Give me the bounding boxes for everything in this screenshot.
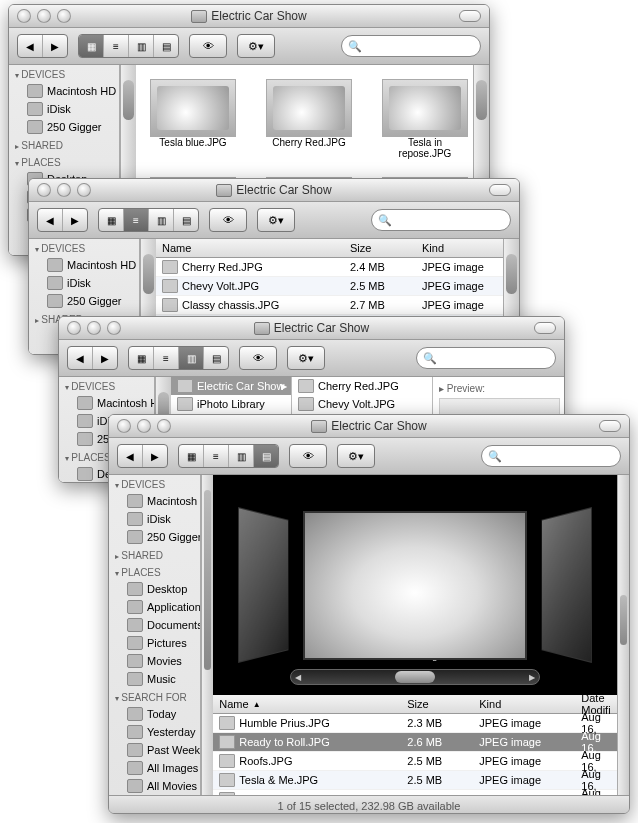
sidebar-item[interactable]: Documents: [109, 616, 200, 634]
sidebar-item[interactable]: Macintosh HD: [9, 82, 119, 100]
coverflow-view-button[interactable]: ▤: [254, 445, 278, 467]
sidebar-heading-shared[interactable]: Shared: [109, 546, 200, 563]
search-field[interactable]: 🔍: [371, 209, 511, 231]
sidebar-item[interactable]: iDisk: [29, 274, 139, 292]
icon-view-button[interactable]: ▦: [99, 209, 124, 231]
scroll-thumb[interactable]: [476, 80, 487, 120]
search-field[interactable]: 🔍: [416, 347, 556, 369]
sidebar-heading-shared[interactable]: Shared: [9, 136, 119, 153]
action-button[interactable]: ⚙▾: [237, 34, 275, 58]
sidebar-item[interactable]: Yesterday: [109, 723, 200, 741]
coverflow-list[interactable]: Name ▲ Size Kind Date Modifi Humble Priu…: [213, 695, 616, 795]
action-button[interactable]: ⚙▾: [257, 208, 295, 232]
list-view-button[interactable]: ≡: [124, 209, 149, 231]
column-item[interactable]: Chevy Volt.JPG: [292, 395, 432, 413]
table-row[interactable]: Ready to Roll.JPG2.6 MBJPEG imageAug 16,: [213, 733, 616, 752]
sidebar-item[interactable]: Today: [109, 705, 200, 723]
column-item[interactable]: Electric Car Show▶: [171, 377, 291, 395]
table-row[interactable]: Cherry Red.JPG2.4 MBJPEG imageAug 16: [156, 258, 503, 277]
cover-main-image[interactable]: [303, 511, 527, 660]
scroll-thumb[interactable]: [204, 490, 211, 670]
minimize-button[interactable]: [137, 419, 151, 433]
nav-buttons[interactable]: ◀▶: [117, 444, 168, 468]
quicklook-button[interactable]: 👁: [189, 34, 227, 58]
scrub-left-icon[interactable]: ◀: [295, 673, 301, 682]
sidebar-item[interactable]: Macintosh HD: [109, 492, 200, 510]
sidebar-heading-devices[interactable]: Devices: [9, 65, 119, 82]
forward-button[interactable]: ▶: [63, 209, 87, 231]
col-kind[interactable]: Kind: [416, 242, 503, 254]
sidebar-item[interactable]: Applications: [109, 598, 200, 616]
zoom-button[interactable]: [77, 183, 91, 197]
file-item[interactable]: Tesla blue.JPG: [150, 79, 236, 159]
sidebar-item[interactable]: 250 Gigger: [9, 118, 119, 136]
scroll-thumb[interactable]: [123, 80, 134, 120]
back-button[interactable]: ◀: [118, 445, 143, 467]
zoom-button[interactable]: [157, 419, 171, 433]
minimize-button[interactable]: [87, 321, 101, 335]
table-row[interactable]: Roofs.JPG2.5 MBJPEG imageAug 16,: [213, 752, 616, 771]
col-name[interactable]: Name ▲: [213, 698, 401, 710]
view-switcher[interactable]: ▦ ≡ ▥ ▤: [128, 346, 229, 370]
list-view-button[interactable]: ≡: [104, 35, 129, 57]
column-view-button[interactable]: ▥: [129, 35, 154, 57]
list-view-button[interactable]: ≡: [154, 347, 179, 369]
zoom-button[interactable]: [57, 9, 71, 23]
back-button[interactable]: ◀: [18, 35, 43, 57]
nav-buttons[interactable]: ◀▶: [17, 34, 68, 58]
table-row[interactable]: Classy chassis.JPG2.7 MBJPEG imageAug 16: [156, 296, 503, 315]
column-headers[interactable]: Name Size Kind Date Modi: [156, 239, 503, 258]
sidebar-item[interactable]: 250 Gigger: [109, 528, 200, 546]
action-button[interactable]: ⚙▾: [337, 444, 375, 468]
sidebar-heading-searchfor[interactable]: Search For: [109, 688, 200, 705]
titlebar[interactable]: Electric Car Show: [59, 317, 564, 340]
toolbar-toggle-button[interactable]: [534, 322, 556, 334]
sidebar-heading-places[interactable]: Places: [109, 563, 200, 580]
sidebar-item[interactable]: 250 Gigger: [29, 292, 139, 310]
back-button[interactable]: ◀: [68, 347, 93, 369]
sidebar-scrollbar[interactable]: [201, 475, 213, 795]
close-button[interactable]: [117, 419, 131, 433]
column-view-button[interactable]: ▥: [229, 445, 254, 467]
sidebar-item[interactable]: Desktop: [109, 580, 200, 598]
forward-button[interactable]: ▶: [93, 347, 117, 369]
minimize-button[interactable]: [37, 9, 51, 23]
toolbar-toggle-button[interactable]: [489, 184, 511, 196]
search-field[interactable]: 🔍: [341, 35, 481, 57]
file-item[interactable]: Tesla in repose.JPG: [382, 79, 468, 159]
file-item[interactable]: Cherry Red.JPG: [266, 79, 352, 159]
quicklook-button[interactable]: 👁: [239, 346, 277, 370]
sidebar-item[interactable]: Macintosh HD: [29, 256, 139, 274]
toolbar-toggle-button[interactable]: [459, 10, 481, 22]
coverflow-view-button[interactable]: ▤: [204, 347, 228, 369]
col-name[interactable]: Name: [156, 242, 344, 254]
sidebar-item[interactable]: iDisk: [9, 100, 119, 118]
column-item[interactable]: iPhoto Library: [171, 395, 291, 413]
view-switcher[interactable]: ▦ ≡ ▥ ▤: [78, 34, 179, 58]
coverflow-scrubber[interactable]: ◀ ▶: [290, 669, 540, 685]
forward-button[interactable]: ▶: [143, 445, 167, 467]
scroll-thumb[interactable]: [143, 254, 154, 294]
sidebar-heading-devices[interactable]: Devices: [109, 475, 200, 492]
icon-view-button[interactable]: ▦: [79, 35, 104, 57]
scrub-right-icon[interactable]: ▶: [529, 673, 535, 682]
table-row[interactable]: Humble Prius.JPG2.3 MBJPEG imageAug 16,: [213, 714, 616, 733]
sidebar-heading-places[interactable]: Places: [9, 153, 119, 170]
sidebar-item[interactable]: Past Week: [109, 741, 200, 759]
action-button[interactable]: ⚙▾: [287, 346, 325, 370]
titlebar[interactable]: Electric Car Show: [109, 415, 629, 438]
sidebar-heading-devices[interactable]: Devices: [29, 239, 139, 256]
sidebar-item[interactable]: Macintosh HD: [59, 394, 154, 412]
back-button[interactable]: ◀: [38, 209, 63, 231]
sidebar-item[interactable]: Music: [109, 670, 200, 688]
quicklook-button[interactable]: 👁: [289, 444, 327, 468]
sidebar-item[interactable]: All Movies: [109, 777, 200, 795]
content-scrollbar[interactable]: [617, 475, 629, 795]
quicklook-button[interactable]: 👁: [209, 208, 247, 232]
table-row[interactable]: Tesla blue.JPG2.5 MBJPEG imageAug 16,: [213, 790, 616, 795]
col-kind[interactable]: Kind: [473, 698, 575, 710]
sidebar-item[interactable]: iDisk: [109, 510, 200, 528]
col-size[interactable]: Size: [401, 698, 473, 710]
minimize-button[interactable]: [57, 183, 71, 197]
titlebar[interactable]: Electric Car Show: [9, 5, 489, 28]
